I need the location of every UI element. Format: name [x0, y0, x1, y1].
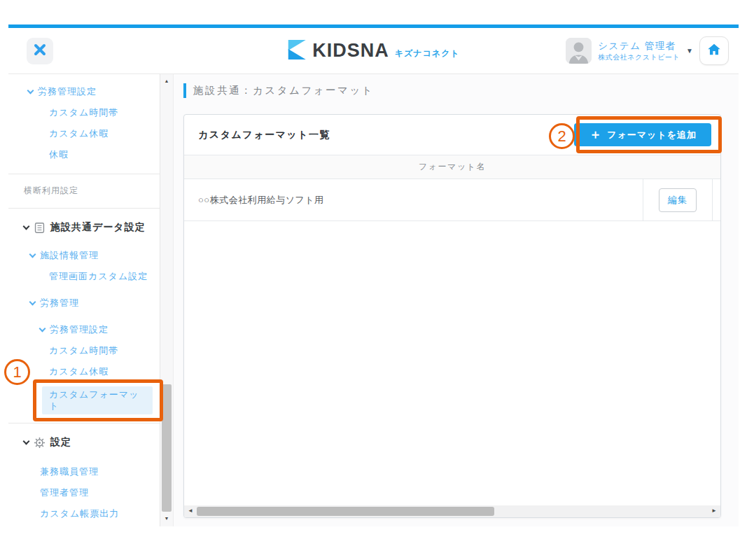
chevron-down-icon	[23, 223, 30, 230]
sidebar-item-label: 兼務職員管理	[40, 465, 99, 478]
close-icon	[33, 43, 47, 59]
sidebar-item-0[interactable]: 労務管理設定	[8, 81, 160, 102]
page-title-text: 施設共通：カスタムフォーマット	[193, 84, 374, 97]
sidebar-item-label: カスタム時間帯	[49, 106, 118, 119]
close-button[interactable]	[27, 38, 53, 64]
title-accent-bar	[183, 83, 186, 98]
add-format-button[interactable]: ＋ フォーマットを追加	[574, 123, 711, 146]
sidebar-item-16[interactable]: 設定	[8, 430, 160, 454]
user-area: システム 管理者 株式会社ネクストビート ▼	[566, 36, 729, 65]
sidebar-item-label: 横断利用設定	[24, 185, 78, 197]
sidebar-item-label: 休暇	[49, 148, 69, 161]
page-title: 施設共通：カスタムフォーマット	[183, 83, 739, 98]
user-menu[interactable]: システム 管理者 株式会社ネクストビート	[598, 40, 680, 62]
table-header-row: フォーマット名	[184, 155, 720, 179]
sidebar-item-8[interactable]: 施設情報管理	[8, 245, 160, 266]
sidebar-item-17[interactable]: 兼務職員管理	[8, 461, 160, 482]
sidebar-item-9[interactable]: 管理画面カスタム設定	[8, 266, 160, 287]
sidebar-item-label: 設定	[50, 436, 71, 449]
table-empty-area	[184, 221, 720, 505]
document-icon	[34, 222, 46, 234]
app-window: KIDSNA キズナコネクト システム 管理者 株式会社ネクストビート ▼	[8, 24, 739, 527]
gear-icon	[34, 437, 46, 449]
plus-icon: ＋	[589, 126, 602, 143]
scroll-up-icon[interactable]: ▲	[160, 78, 173, 83]
format-list-card: カスタムフォーマット一覧 ＋ フォーマットを追加 フォーマット名 ○○株式会社利…	[183, 114, 721, 518]
logo-wordmark: KIDSNA	[312, 40, 389, 62]
sidebar-item-11[interactable]: 労務管理設定	[8, 319, 160, 340]
sidebar-item-label: カスタム帳票出力	[40, 507, 119, 520]
logo-subtext: キズナコネクト	[395, 48, 460, 59]
user-company: 株式会社ネクストビート	[598, 52, 680, 62]
edit-button[interactable]: 編集	[659, 188, 697, 212]
chevron-down-icon	[29, 251, 36, 258]
add-format-label: フォーマットを追加	[607, 129, 697, 141]
sidebar-item-label: 施設共通データ設定	[50, 221, 146, 234]
card-title: カスタムフォーマット一覧	[198, 129, 330, 141]
home-icon	[706, 42, 722, 59]
chevron-down-icon	[39, 325, 46, 332]
sidebar-item-10[interactable]: 労務管理	[8, 293, 160, 314]
card-header: カスタムフォーマット一覧 ＋ フォーマットを追加	[184, 115, 720, 155]
chevron-down-icon	[23, 438, 30, 444]
horizontal-scrollbar-thumb[interactable]	[197, 507, 494, 516]
app-body: 労務管理設定カスタム時間帯カスタム休暇休暇横断利用設定施設共通データ設定施設情報…	[8, 74, 739, 526]
sidebar-item-2[interactable]: カスタム休暇	[8, 123, 160, 144]
sidebar-scrollbar[interactable]: ▲ ▼	[160, 74, 174, 526]
home-button[interactable]	[699, 36, 729, 65]
sidebar-item-7[interactable]: 施設共通データ設定	[8, 216, 160, 239]
kidsna-logo: KIDSNA キズナコネクト	[287, 39, 459, 63]
sidebar: 労務管理設定カスタム時間帯カスタム休暇休暇横断利用設定施設共通データ設定施設情報…	[8, 74, 160, 526]
sidebar-item-14[interactable]: カスタムフォーマット	[42, 386, 153, 414]
sidebar-item-label: カスタム休暇	[49, 365, 109, 378]
scroll-right-icon[interactable]: ►	[711, 507, 717, 514]
sidebar-divider	[8, 174, 160, 174]
table-header-label: フォーマット名	[419, 161, 486, 173]
sidebar-item-label: 管理者管理	[40, 486, 89, 499]
chevron-down-icon	[29, 298, 36, 305]
user-name: システム 管理者	[598, 40, 680, 52]
sidebar-divider	[8, 423, 160, 424]
sidebar-item-label: 労務管理	[40, 297, 79, 309]
chevron-down-icon[interactable]: ▼	[686, 47, 693, 55]
scroll-down-icon[interactable]: ▼	[160, 516, 173, 521]
sidebar-divider	[8, 208, 160, 209]
sidebar-item-3[interactable]: 休暇	[8, 144, 160, 165]
sidebar-item-label: 管理画面カスタム設定	[49, 270, 148, 283]
sidebar-item-19[interactable]: カスタム帳票出力	[8, 503, 160, 524]
sidebar-item-18[interactable]: 管理者管理	[8, 482, 160, 503]
avatar	[566, 38, 592, 64]
sidebar-scrollbar-thumb[interactable]	[162, 384, 172, 512]
table-row: ○○株式会社利用給与ソフト用編集	[184, 179, 720, 221]
horizontal-scrollbar[interactable]: ◄ ►	[184, 505, 720, 517]
chevron-down-icon	[27, 87, 34, 94]
format-name-cell: ○○株式会社利用給与ソフト用	[184, 179, 643, 220]
sidebar-item-label: カスタム時間帯	[49, 344, 118, 357]
sidebar-item-5: 横断利用設定	[8, 181, 160, 200]
app-header: KIDSNA キズナコネクト システム 管理者 株式会社ネクストビート ▼	[8, 28, 739, 74]
sidebar-item-label: 労務管理設定	[50, 323, 109, 336]
row-gutter	[713, 179, 720, 220]
sidebar-item-label: 労務管理設定	[38, 85, 97, 98]
sidebar-item-label: カスタムフォーマット	[49, 389, 139, 411]
sidebar-item-label: 施設情報管理	[40, 249, 99, 262]
sidebar-item-1[interactable]: カスタム時間帯	[8, 102, 160, 123]
page: KIDSNA キズナコネクト システム 管理者 株式会社ネクストビート ▼	[0, 0, 747, 560]
main-content: 施設共通：カスタムフォーマット カスタムフォーマット一覧 ＋ フォーマットを追加…	[174, 74, 739, 526]
scroll-left-icon[interactable]: ◄	[188, 507, 193, 514]
table-body: ○○株式会社利用給与ソフト用編集	[184, 179, 720, 221]
action-cell: 編集	[643, 179, 713, 220]
sidebar-item-13[interactable]: カスタム休暇	[8, 361, 160, 382]
sidebar-item-12[interactable]: カスタム時間帯	[8, 340, 160, 361]
kidsna-logo-icon	[287, 39, 307, 63]
sidebar-item-label: カスタム休暇	[49, 127, 109, 140]
